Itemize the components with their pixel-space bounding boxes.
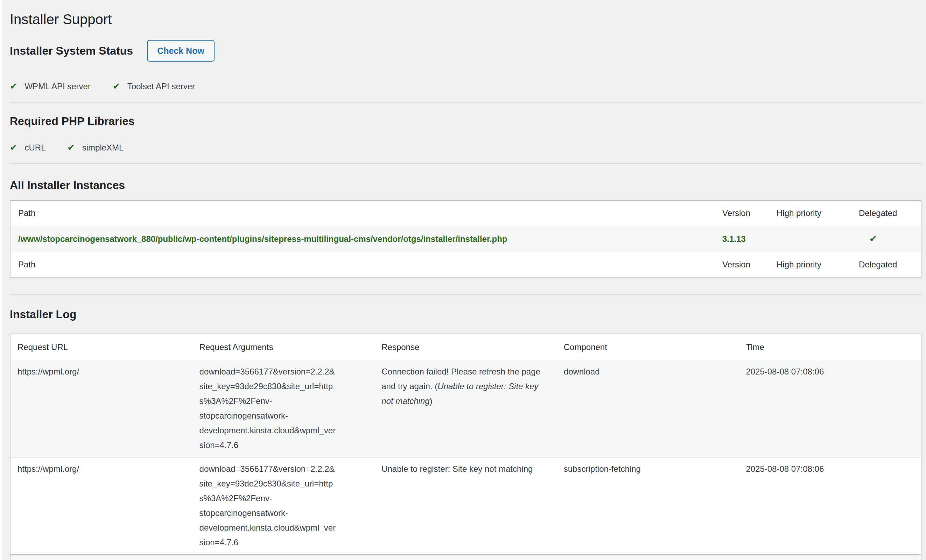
php-library-label: cURL: [24, 143, 45, 152]
section-divider: [10, 163, 921, 164]
system-status-heading: Installer System Status: [10, 44, 133, 58]
log-response-suffix: ): [430, 396, 433, 406]
log-response-text: Unable to register: Site key not matchin…: [381, 464, 533, 474]
log-component: download: [557, 360, 739, 457]
log-request-arguments: download=3566177&version=2.2.2& site_key…: [192, 457, 375, 554]
column-header-path: Path: [10, 201, 715, 226]
instances-heading: All Installer Instances: [10, 179, 921, 192]
log-time: 2025-08-08 07:08:06: [739, 457, 921, 554]
log-response: Connection failed! Please refresh the pa…: [374, 360, 557, 457]
column-footer-delegated: Delegated: [851, 252, 921, 277]
instances-header-row: Path Version High priority Delegated: [10, 201, 921, 226]
section-divider: [10, 102, 921, 103]
log-header-row: Request URL Request Arguments Response C…: [10, 334, 921, 360]
installer-support-page: Installer Support Installer System Statu…: [10, 0, 921, 560]
php-library-label: simpleXML: [82, 143, 124, 152]
status-item-toolset-api-server: ✔ Toolset API server: [113, 82, 195, 91]
installer-instances-table: Path Version High priority Delegated /ww…: [10, 200, 921, 277]
status-item-label: WPML API server: [24, 82, 90, 91]
column-header-response: Response: [374, 334, 557, 360]
log-row-partial: [10, 554, 921, 560]
installer-log-table: Request URL Request Arguments Response C…: [10, 333, 921, 560]
check-icon: ✔: [113, 81, 120, 91]
php-libraries-heading: Required PHP Libraries: [10, 115, 921, 128]
log-row-partial-cell: [10, 554, 921, 560]
log-request-url: https://wpml.org/: [10, 360, 192, 457]
log-response: Unable to register: Site key not matchin…: [374, 457, 557, 554]
column-footer-path: Path: [10, 252, 715, 277]
column-header-delegated: Delegated: [851, 201, 921, 226]
column-footer-high-priority: High priority: [769, 252, 851, 277]
instances-footer-row: Path Version High priority Delegated: [10, 252, 921, 277]
status-item-label: Toolset API server: [127, 82, 195, 91]
column-footer-version: Version: [715, 252, 769, 277]
section-divider: [10, 294, 921, 295]
log-time: 2025-08-08 07:08:06: [739, 360, 921, 457]
column-header-version: Version: [715, 201, 769, 226]
check-icon: ✔: [10, 81, 18, 91]
system-status-section: Installer System Status Check Now: [10, 40, 921, 62]
check-now-button[interactable]: Check Now: [147, 40, 215, 62]
log-row: https://wpml.org/ download=3566177&versi…: [10, 360, 921, 457]
column-header-request-url: Request URL: [10, 334, 192, 360]
instance-delegated: ✔: [851, 226, 921, 252]
log-component: subscription-fetching: [557, 457, 739, 554]
instance-path: /www/stopcarcinogensatwork_880/public/wp…: [10, 226, 715, 252]
log-request-arguments: download=3566177&version=2.2.2& site_key…: [192, 360, 375, 457]
php-library-curl: ✔ cURL: [10, 143, 48, 152]
check-icon: ✔: [10, 142, 18, 153]
log-request-url: https://wpml.org/: [10, 457, 192, 554]
column-header-component: Component: [557, 334, 739, 360]
instance-row: /www/stopcarcinogensatwork_880/public/wp…: [10, 226, 921, 252]
php-library-simplexml: ✔ simpleXML: [67, 143, 124, 152]
page-left-edge: [0, 0, 3, 560]
page-title: Installer Support: [10, 0, 921, 28]
column-header-request-arguments: Request Arguments: [192, 334, 375, 360]
log-row: https://wpml.org/ download=3566177&versi…: [10, 457, 921, 554]
status-item-wpml-api-server: ✔ WPML API server: [10, 82, 93, 91]
check-icon: ✔: [869, 233, 877, 244]
php-libraries-list: ✔ cURL ✔ simpleXML: [10, 142, 921, 153]
instance-high-priority: [769, 226, 851, 252]
check-icon: ✔: [67, 142, 75, 153]
instance-version: 3.1.13: [715, 226, 769, 252]
installer-log-heading: Installer Log: [10, 308, 921, 321]
column-header-high-priority: High priority: [769, 201, 851, 226]
column-header-time: Time: [739, 334, 921, 360]
api-status-list: ✔ WPML API server ✔ Toolset API server: [10, 80, 921, 92]
